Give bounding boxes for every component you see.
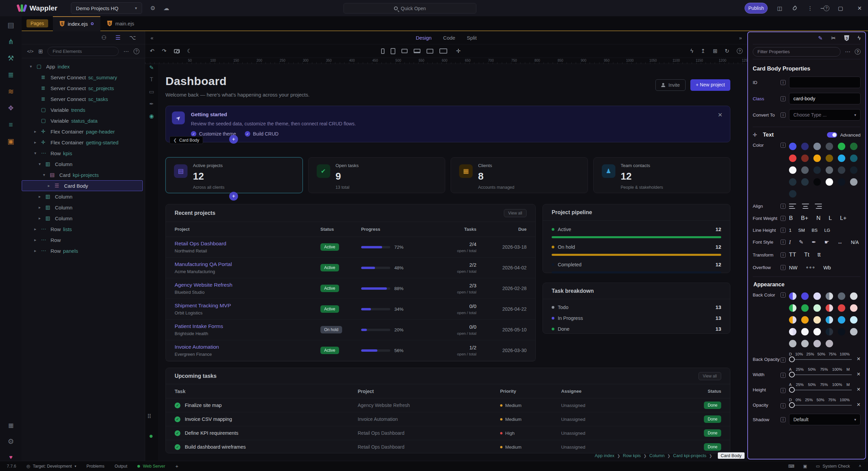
database-icon[interactable]: ≣ [8,71,14,79]
style-tool-icon[interactable]: ✒ [149,101,154,107]
text-color-swatch[interactable] [789,143,796,150]
advanced-toggle[interactable] [827,132,837,138]
back-color-swatch[interactable] [813,340,821,347]
text-color-swatch[interactable] [813,143,821,150]
tree-item[interactable]: ≣ Server Connect sc_summary [22,72,145,83]
kpi-card[interactable]: ▦ Clients 8 Accounts managed [451,157,588,193]
font-weight-option[interactable]: B [789,215,793,222]
tree-item[interactable]: ▾ ▤ Card kpi-projects [22,169,145,180]
components-icon[interactable]: ⊞ [38,48,43,55]
pointer-hand-icon[interactable]: ☛ [824,239,829,245]
text-color-swatch[interactable] [838,166,845,174]
code-view-icon[interactable]: </> [27,49,34,54]
selected-element-tag[interactable]: ❮Card Body [170,136,203,144]
slider-knob[interactable] [789,402,795,408]
back-color-swatch[interactable] [826,340,833,347]
project-row[interactable]: Agency Website Refresh Bluebird Studio A… [166,278,535,299]
info-icon[interactable]: i [781,204,786,209]
info-icon[interactable]: i [781,112,786,118]
help-icon[interactable]: ? [855,49,861,55]
font-style-na-option[interactable]: N/A [851,240,859,245]
grid-dots-icon[interactable]: ⠿ [147,413,151,420]
slider-track[interactable] [789,374,852,375]
output-button[interactable]: Output [115,464,127,469]
text-color-swatch[interactable] [850,178,857,186]
tab-main-ejs[interactable]: 5 main.ejs [100,16,141,31]
text-color-swatch[interactable] [838,178,845,186]
list-view-icon[interactable]: ☰ [115,34,120,41]
tree-item[interactable]: ▸ ✛ Flex Container getting-started [22,137,145,148]
line-height-option[interactable]: LG [824,228,830,233]
tree-item[interactable]: ▸ ⋯ Row lists [22,224,145,234]
project-link[interactable]: Manufacturing QA Portal [175,261,320,267]
refresh-icon[interactable]: ↻ [725,48,729,54]
drag-handle-icon[interactable]: ✛ [753,132,763,138]
back-color-swatch[interactable] [789,304,796,312]
task-row[interactable]: ✓Build dashboard wireframes Retail Ops D… [166,440,730,453]
project-row[interactable]: Invoice Automation Evergreen Finance Act… [166,340,535,361]
slider-tick-labels[interactable]: D0%25%50%75%100% [789,398,852,402]
help-icon[interactable]: ? [134,48,139,54]
text-color-swatch[interactable] [801,178,809,186]
text-transform-option[interactable]: Tt [804,251,809,258]
text-transform-option[interactable]: TT [789,251,796,258]
back-color-swatch[interactable] [813,328,821,335]
font-weight-option[interactable]: B+ [801,215,808,222]
gear-icon[interactable]: ⚙ [150,5,155,12]
slider-knob[interactable] [789,387,795,393]
pages-button[interactable]: Pages [26,19,48,27]
back-color-swatch[interactable] [789,292,796,300]
text-color-swatch[interactable] [801,166,809,174]
project-row[interactable]: Retail Ops Dashboard Northwind Retail Ac… [166,237,535,258]
font-weight-option[interactable]: L+ [840,215,846,222]
back-color-swatch[interactable] [838,328,845,335]
align-right-icon[interactable] [815,204,822,209]
info-icon[interactable]: i [781,252,786,258]
more-options-icon[interactable]: ⋯ [845,48,850,55]
back-color-swatch[interactable] [838,304,845,312]
overflow-option[interactable]: ∘∘∘ [806,264,815,270]
clear-icon[interactable]: ✕ [852,387,861,392]
tree-item[interactable]: ▸ ☰ Card Body [22,180,143,191]
info-icon[interactable]: i [781,216,786,221]
tree-chevron-icon[interactable]: ▸ [34,248,41,253]
slider-knob[interactable] [789,356,795,362]
clear-icon[interactable]: ✕ [852,371,861,377]
overflow-option[interactable]: Wb [823,265,831,270]
align-left-icon[interactable] [789,204,796,209]
back-color-swatch[interactable] [838,292,845,300]
back-color-swatch[interactable] [801,292,809,300]
tab-index-ejs[interactable]: 5 index.ejs [53,16,100,31]
device-large-desktop-icon[interactable] [439,48,447,54]
breadcrumb-item[interactable]: App index [595,453,614,458]
help-icon[interactable]: ? [737,48,743,54]
collapse-left-icon[interactable]: « [151,35,153,41]
tree-chevron-icon[interactable]: ▸ [34,140,41,145]
breadcrumb-item[interactable]: Row kpis [623,453,641,458]
tree-chevron-icon[interactable]: ▾ [34,151,41,156]
id-input[interactable] [789,77,861,88]
publish-button[interactable]: Publish [745,3,768,14]
ai-assistant-icon[interactable]: ⚇ [101,34,106,41]
tree-item[interactable]: ▾ ▥ Column [22,159,145,169]
theme-droplet-icon[interactable] [792,5,797,11]
system-check-button[interactable]: ▭ System Check [816,464,850,469]
project-link[interactable]: Agency Website Refresh [175,282,320,288]
tree-chevron-icon[interactable]: ▾ [30,64,37,69]
minimize-button[interactable]: – [821,5,824,11]
tree-item[interactable]: ▾ ▢ App index [22,61,145,72]
lightning-icon[interactable]: ϟ [690,48,693,54]
new-project-button[interactable]: + New project [690,79,730,91]
target-selector[interactable]: ◎ Target: Development ▾ [26,464,76,469]
move-mode-icon[interactable]: ✛ [456,48,460,54]
screenshot-icon[interactable] [174,49,180,53]
layers-icon[interactable]: ≡ [9,121,13,129]
back-color-swatch[interactable] [801,316,809,324]
line-height-option[interactable]: BS [812,228,817,233]
tree-chevron-icon[interactable]: ▸ [34,227,41,231]
heart-icon[interactable]: ♥ [9,454,13,461]
problems-button[interactable]: Problems [86,464,104,469]
back-color-swatch[interactable] [850,316,857,324]
back-color-swatch[interactable] [813,304,821,312]
terminal-icon[interactable]: ▣ [803,464,807,469]
